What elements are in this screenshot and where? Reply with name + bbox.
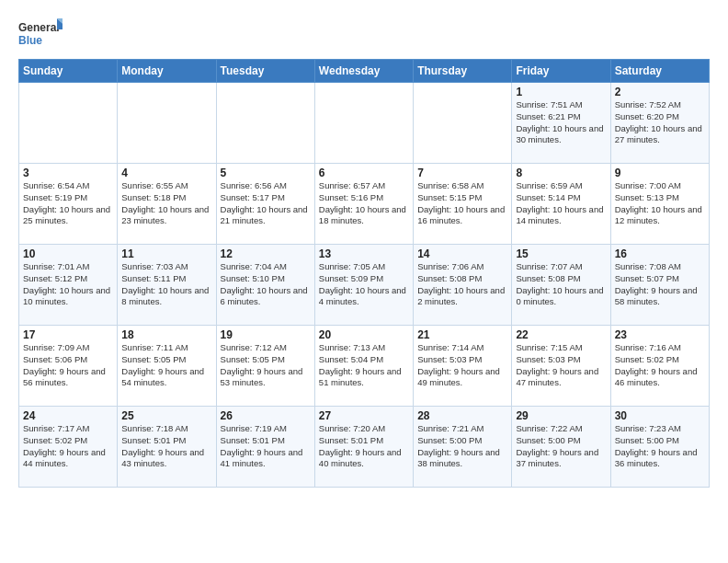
day-number: 26 bbox=[221, 409, 311, 422]
calendar-cell bbox=[216, 83, 314, 164]
day-info: Sunrise: 7:51 AM Sunset: 6:21 PM Dayligh… bbox=[516, 99, 606, 146]
calendar-cell: 18Sunrise: 7:11 AM Sunset: 5:05 PM Dayli… bbox=[118, 326, 216, 407]
calendar-cell: 4Sunrise: 6:55 AM Sunset: 5:18 PM Daylig… bbox=[118, 164, 216, 245]
day-number: 18 bbox=[121, 328, 211, 341]
day-number: 13 bbox=[319, 247, 409, 260]
svg-text:Blue: Blue bbox=[18, 34, 42, 47]
calendar-cell: 14Sunrise: 7:06 AM Sunset: 5:08 PM Dayli… bbox=[414, 245, 512, 326]
calendar-cell: 23Sunrise: 7:16 AM Sunset: 5:02 PM Dayli… bbox=[610, 326, 709, 407]
calendar-cell: 6Sunrise: 6:57 AM Sunset: 5:16 PM Daylig… bbox=[314, 164, 413, 245]
day-info: Sunrise: 7:52 AM Sunset: 6:20 PM Dayligh… bbox=[615, 99, 705, 146]
calendar-cell bbox=[314, 83, 413, 164]
day-number: 27 bbox=[319, 409, 409, 422]
day-info: Sunrise: 6:54 AM Sunset: 5:19 PM Dayligh… bbox=[23, 180, 113, 227]
day-info: Sunrise: 7:20 AM Sunset: 5:01 PM Dayligh… bbox=[319, 423, 409, 470]
calendar-cell: 26Sunrise: 7:19 AM Sunset: 5:01 PM Dayli… bbox=[216, 407, 314, 488]
day-number: 8 bbox=[516, 167, 606, 179]
day-number: 29 bbox=[516, 409, 606, 422]
day-number: 20 bbox=[319, 328, 409, 341]
calendar-cell: 30Sunrise: 7:23 AM Sunset: 5:00 PM Dayli… bbox=[610, 407, 709, 488]
calendar-cell bbox=[414, 83, 512, 164]
day-number: 5 bbox=[221, 167, 311, 179]
day-number: 9 bbox=[615, 167, 705, 179]
calendar-cell: 10Sunrise: 7:01 AM Sunset: 5:12 PM Dayli… bbox=[19, 245, 118, 326]
calendar-cell: 28Sunrise: 7:21 AM Sunset: 5:00 PM Dayli… bbox=[414, 407, 512, 488]
weekday-header-row: SundayMondayTuesdayWednesdayThursdayFrid… bbox=[19, 60, 710, 83]
calendar-cell: 19Sunrise: 7:12 AM Sunset: 5:05 PM Dayli… bbox=[216, 326, 314, 407]
day-number: 21 bbox=[417, 328, 507, 341]
calendar-cell bbox=[118, 83, 216, 164]
day-info: Sunrise: 6:58 AM Sunset: 5:15 PM Dayligh… bbox=[417, 180, 507, 227]
day-info: Sunrise: 7:12 AM Sunset: 5:05 PM Dayligh… bbox=[221, 342, 311, 389]
day-info: Sunrise: 7:00 AM Sunset: 5:13 PM Dayligh… bbox=[615, 180, 705, 227]
logo-svg: General Blue bbox=[18, 17, 63, 50]
day-info: Sunrise: 7:15 AM Sunset: 5:03 PM Dayligh… bbox=[516, 342, 606, 389]
day-info: Sunrise: 7:14 AM Sunset: 5:03 PM Dayligh… bbox=[417, 342, 507, 389]
day-info: Sunrise: 7:23 AM Sunset: 5:00 PM Dayligh… bbox=[615, 423, 705, 470]
day-number: 30 bbox=[615, 409, 705, 422]
day-number: 7 bbox=[417, 167, 507, 179]
weekday-header-monday: Monday bbox=[118, 60, 216, 83]
svg-text:General: General bbox=[18, 21, 60, 34]
day-info: Sunrise: 7:11 AM Sunset: 5:05 PM Dayligh… bbox=[121, 342, 211, 389]
day-number: 2 bbox=[615, 86, 705, 98]
day-number: 22 bbox=[516, 328, 606, 341]
weekday-header-friday: Friday bbox=[512, 60, 610, 83]
calendar-cell: 7Sunrise: 6:58 AM Sunset: 5:15 PM Daylig… bbox=[414, 164, 512, 245]
day-number: 19 bbox=[221, 328, 311, 341]
day-info: Sunrise: 7:17 AM Sunset: 5:02 PM Dayligh… bbox=[23, 423, 113, 470]
calendar-cell: 25Sunrise: 7:18 AM Sunset: 5:01 PM Dayli… bbox=[118, 407, 216, 488]
day-info: Sunrise: 7:16 AM Sunset: 5:02 PM Dayligh… bbox=[615, 342, 705, 389]
calendar-week-4: 17Sunrise: 7:09 AM Sunset: 5:06 PM Dayli… bbox=[19, 326, 710, 407]
day-info: Sunrise: 7:05 AM Sunset: 5:09 PM Dayligh… bbox=[319, 261, 409, 308]
day-number: 11 bbox=[121, 247, 211, 260]
calendar-cell: 22Sunrise: 7:15 AM Sunset: 5:03 PM Dayli… bbox=[512, 326, 610, 407]
weekday-header-thursday: Thursday bbox=[414, 60, 512, 83]
calendar-cell: 3Sunrise: 6:54 AM Sunset: 5:19 PM Daylig… bbox=[19, 164, 118, 245]
day-info: Sunrise: 7:13 AM Sunset: 5:04 PM Dayligh… bbox=[319, 342, 409, 389]
day-info: Sunrise: 7:04 AM Sunset: 5:10 PM Dayligh… bbox=[221, 261, 311, 308]
day-number: 4 bbox=[121, 167, 211, 179]
weekday-header-saturday: Saturday bbox=[610, 60, 709, 83]
calendar-table: SundayMondayTuesdayWednesdayThursdayFrid… bbox=[18, 59, 710, 488]
day-number: 10 bbox=[23, 247, 113, 260]
day-info: Sunrise: 6:57 AM Sunset: 5:16 PM Dayligh… bbox=[319, 180, 409, 227]
weekday-header-wednesday: Wednesday bbox=[314, 60, 413, 83]
day-number: 12 bbox=[221, 247, 311, 260]
calendar-cell: 29Sunrise: 7:22 AM Sunset: 5:00 PM Dayli… bbox=[512, 407, 610, 488]
weekday-header-tuesday: Tuesday bbox=[216, 60, 314, 83]
day-info: Sunrise: 7:22 AM Sunset: 5:00 PM Dayligh… bbox=[516, 423, 606, 470]
calendar-cell: 8Sunrise: 6:59 AM Sunset: 5:14 PM Daylig… bbox=[512, 164, 610, 245]
day-info: Sunrise: 7:21 AM Sunset: 5:00 PM Dayligh… bbox=[417, 423, 507, 470]
calendar-cell: 13Sunrise: 7:05 AM Sunset: 5:09 PM Dayli… bbox=[314, 245, 413, 326]
calendar-cell: 27Sunrise: 7:20 AM Sunset: 5:01 PM Dayli… bbox=[314, 407, 413, 488]
day-info: Sunrise: 7:18 AM Sunset: 5:01 PM Dayligh… bbox=[121, 423, 211, 470]
day-number: 15 bbox=[516, 247, 606, 260]
day-info: Sunrise: 7:01 AM Sunset: 5:12 PM Dayligh… bbox=[23, 261, 113, 308]
day-number: 23 bbox=[615, 328, 705, 341]
calendar-week-1: 1Sunrise: 7:51 AM Sunset: 6:21 PM Daylig… bbox=[19, 83, 710, 164]
day-info: Sunrise: 7:19 AM Sunset: 5:01 PM Dayligh… bbox=[221, 423, 311, 470]
calendar-cell: 9Sunrise: 7:00 AM Sunset: 5:13 PM Daylig… bbox=[610, 164, 709, 245]
header: General Blue bbox=[18, 17, 710, 50]
calendar-week-3: 10Sunrise: 7:01 AM Sunset: 5:12 PM Dayli… bbox=[19, 245, 710, 326]
calendar-cell: 15Sunrise: 7:07 AM Sunset: 5:08 PM Dayli… bbox=[512, 245, 610, 326]
day-number: 17 bbox=[23, 328, 113, 341]
day-number: 24 bbox=[23, 409, 113, 422]
calendar-cell: 2Sunrise: 7:52 AM Sunset: 6:20 PM Daylig… bbox=[610, 83, 709, 164]
day-number: 6 bbox=[319, 167, 409, 179]
day-number: 28 bbox=[417, 409, 507, 422]
calendar-cell: 5Sunrise: 6:56 AM Sunset: 5:17 PM Daylig… bbox=[216, 164, 314, 245]
day-number: 14 bbox=[417, 247, 507, 260]
calendar-week-5: 24Sunrise: 7:17 AM Sunset: 5:02 PM Dayli… bbox=[19, 407, 710, 488]
day-number: 3 bbox=[23, 167, 113, 179]
day-number: 16 bbox=[615, 247, 705, 260]
day-info: Sunrise: 6:56 AM Sunset: 5:17 PM Dayligh… bbox=[221, 180, 311, 227]
day-info: Sunrise: 7:06 AM Sunset: 5:08 PM Dayligh… bbox=[417, 261, 507, 308]
calendar-cell: 24Sunrise: 7:17 AM Sunset: 5:02 PM Dayli… bbox=[19, 407, 118, 488]
weekday-header-sunday: Sunday bbox=[19, 60, 118, 83]
calendar-cell: 1Sunrise: 7:51 AM Sunset: 6:21 PM Daylig… bbox=[512, 83, 610, 164]
day-info: Sunrise: 6:55 AM Sunset: 5:18 PM Dayligh… bbox=[121, 180, 211, 227]
day-info: Sunrise: 6:59 AM Sunset: 5:14 PM Dayligh… bbox=[516, 180, 606, 227]
day-number: 1 bbox=[516, 86, 606, 98]
